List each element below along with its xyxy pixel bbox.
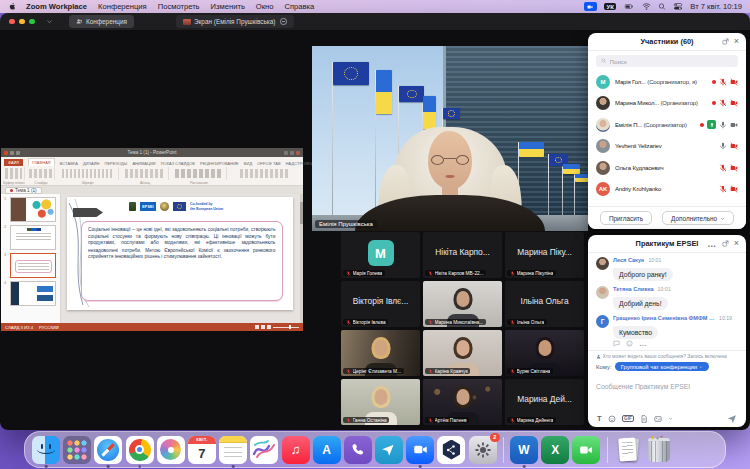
battery-icon[interactable] xyxy=(623,2,635,11)
invite-button[interactable]: Пригласить xyxy=(600,211,652,225)
speaker-face xyxy=(428,131,472,189)
dock-calendar-icon[interactable]: КВІТ.7 xyxy=(188,436,216,464)
apple-menu-icon[interactable] xyxy=(8,2,17,11)
participant-row[interactable]: AK Andriy Kruhlyanko xyxy=(588,179,746,201)
close-icon[interactable]: × xyxy=(734,239,739,248)
video-tile[interactable]: Каріна Кравчук xyxy=(423,330,502,376)
camera-off-icon[interactable] xyxy=(730,142,738,150)
dock-trash-icon[interactable] xyxy=(645,436,673,464)
ppt-ribbon-controls xyxy=(1,166,303,182)
dock-launchpad-icon[interactable] xyxy=(63,436,91,464)
dock-app-store-icon[interactable]: A xyxy=(313,436,341,464)
emoji-reaction-icon[interactable] xyxy=(626,340,633,347)
zoom-meeting-status-icon[interactable] xyxy=(584,2,597,11)
fullscreen-window-button[interactable] xyxy=(29,19,35,25)
control-center-icon[interactable] xyxy=(673,2,683,11)
close-window-button[interactable] xyxy=(9,19,15,25)
mic-on-icon[interactable] xyxy=(719,121,727,129)
dock-share-app-icon[interactable] xyxy=(437,436,465,464)
dock-safari-icon[interactable] xyxy=(94,436,122,464)
participant-row[interactable]: Марина Микол... (Организатор) xyxy=(588,93,746,115)
dock-zoom-icon[interactable] xyxy=(406,436,434,464)
video-tile[interactable]: Буряк Світлана xyxy=(505,330,584,376)
dock-freeform-icon[interactable] xyxy=(250,436,278,464)
camera-off-icon[interactable] xyxy=(730,185,738,193)
popout-icon[interactable] xyxy=(722,38,729,45)
video-tile[interactable]: Марина Миколаївна... xyxy=(423,281,502,327)
emoji-icon[interactable] xyxy=(608,415,616,423)
dock-documents-stack-icon[interactable] xyxy=(614,436,642,464)
camera-off-icon[interactable] xyxy=(730,164,738,172)
chat-message-input[interactable] xyxy=(596,383,738,390)
slide-text-box: Соціальні інновації – це нові ідеї, які … xyxy=(81,221,283,301)
participant-row[interactable]: M Марія Гол... (Соорганизатор, я) xyxy=(588,71,746,93)
participant-row[interactable]: Yevhenii Yelizariev xyxy=(588,136,746,158)
search-input[interactable] xyxy=(610,58,734,65)
chevron-down-icon[interactable] xyxy=(668,416,673,421)
chevron-down-icon[interactable] xyxy=(46,18,53,25)
recipient-selector[interactable]: Групповой чат конференции xyxy=(615,362,709,371)
wifi-icon[interactable] xyxy=(642,2,651,11)
dock-notes-icon[interactable] xyxy=(219,436,247,464)
chat-messages: Леся Сакун10:01 Доброго ранку! Тетяна Сл… xyxy=(588,253,746,347)
reply-icon[interactable] xyxy=(613,340,620,347)
dock-system-settings-icon[interactable]: 2 xyxy=(469,436,497,464)
menu-bar-clock[interactable]: Вт 7 квіт. 10:19 xyxy=(690,2,742,11)
screenshot-icon[interactable] xyxy=(654,415,662,423)
menu-item-edit[interactable]: Изменить xyxy=(211,2,245,11)
avatar xyxy=(596,257,609,270)
avatar xyxy=(596,161,610,175)
spotlight-search-icon[interactable] xyxy=(658,2,666,11)
menu-item-help[interactable]: Справка xyxy=(285,2,315,11)
avatar: AK xyxy=(596,182,610,196)
minimize-share-icon[interactable] xyxy=(280,18,287,25)
popout-icon[interactable] xyxy=(722,240,729,247)
more-options-button[interactable]: Дополнительно xyxy=(662,211,734,225)
video-tile[interactable]: Ільіна Ольга Ільіна Ольга xyxy=(505,281,584,327)
dock-music-icon[interactable]: ♫ xyxy=(282,436,310,464)
menu-item-view[interactable]: Посмотреть xyxy=(158,2,200,11)
menu-item-window[interactable]: Окно xyxy=(256,2,274,11)
mic-muted-icon[interactable] xyxy=(719,99,727,107)
mic-muted-icon[interactable] xyxy=(719,78,727,86)
participant-row[interactable]: Емілія П... (Соорганизатор) xyxy=(588,114,746,136)
ppt-slide-counter: СЛАЙД 3 ИЗ 4 xyxy=(5,325,33,330)
gif-icon[interactable]: GIF xyxy=(622,415,635,422)
video-tile[interactable]: Вікторія Івлє... Вікторія Івлєва xyxy=(341,281,420,327)
mic-on-icon[interactable] xyxy=(719,142,727,150)
tab-shared-screen[interactable]: Экран (Емілія Прушківська) xyxy=(176,15,294,28)
camera-on-icon[interactable] xyxy=(730,121,738,129)
dock-viber-icon[interactable] xyxy=(344,436,372,464)
video-tile[interactable]: Марина Піку... Марина Пікуліна xyxy=(505,232,584,278)
message-quick-reactions: … xyxy=(613,340,738,347)
minimize-window-button[interactable] xyxy=(19,19,25,25)
dock-telegram-icon[interactable] xyxy=(375,436,403,464)
attach-file-icon[interactable] xyxy=(640,415,648,423)
dock-facetime-icon[interactable] xyxy=(572,436,600,464)
video-tile[interactable]: Артём Палеев xyxy=(423,379,502,425)
format-text-icon[interactable]: T xyxy=(597,414,602,423)
menu-item-conference[interactable]: Конференция xyxy=(98,2,147,11)
video-tile[interactable]: Церінг Єлизавета М... xyxy=(341,330,420,376)
video-tile[interactable]: M Марія Голева xyxy=(341,232,420,278)
keyboard-layout-badge[interactable]: УК xyxy=(604,3,616,10)
tab-conference[interactable]: Конференция xyxy=(69,15,134,28)
video-tile[interactable]: Ганна Останіна xyxy=(341,379,420,425)
dock-photos-icon[interactable] xyxy=(157,436,185,464)
mic-muted-icon[interactable] xyxy=(719,185,727,193)
video-tile[interactable]: Нікіта Карпо... Нікіта Карпов МВ-22... xyxy=(423,232,502,278)
camera-off-icon[interactable] xyxy=(730,99,738,107)
dock-chrome-icon[interactable] xyxy=(126,436,154,464)
slide-thumbnail-4 xyxy=(10,281,56,306)
mic-muted-icon[interactable] xyxy=(719,164,727,172)
camera-off-icon[interactable] xyxy=(730,78,738,86)
send-button[interactable] xyxy=(727,410,737,428)
participants-search[interactable] xyxy=(596,55,738,67)
dock-finder-icon[interactable] xyxy=(32,436,60,464)
participant-row[interactable]: Ольга Кудласевич xyxy=(588,157,746,179)
video-tile[interactable]: Марина Дей... Марина Дейнега xyxy=(505,379,584,425)
dock-word-icon[interactable]: W xyxy=(510,436,538,464)
dock-excel-icon[interactable]: X xyxy=(541,436,569,464)
menu-app-name[interactable]: Zoom Workplace xyxy=(26,2,87,11)
close-icon[interactable]: × xyxy=(734,37,739,46)
